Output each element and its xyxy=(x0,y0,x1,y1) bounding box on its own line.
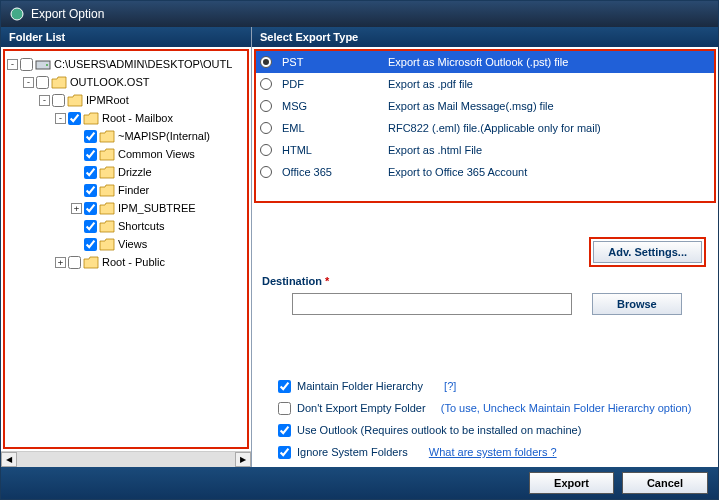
export-type-row[interactable]: HTMLExport as .html File xyxy=(256,139,714,161)
tree-checkbox[interactable] xyxy=(84,166,97,179)
folder-icon xyxy=(51,76,67,89)
tree-item[interactable]: -C:\USERS\ADMIN\DESKTOP\OUTL xyxy=(7,55,245,73)
tree-item[interactable]: -Root - Mailbox xyxy=(7,109,245,127)
tree-expander[interactable]: - xyxy=(39,95,50,106)
export-type-row[interactable]: PSTExport as Microsoft Outlook (.pst) fi… xyxy=(256,51,714,73)
use-outlook-label: Use Outlook (Requires outlook to be inst… xyxy=(297,424,581,436)
tree-checkbox[interactable] xyxy=(36,76,49,89)
export-radio[interactable] xyxy=(260,56,272,68)
tree-item[interactable]: Finder xyxy=(7,181,245,199)
folder-icon xyxy=(83,112,99,125)
tree-checkbox[interactable] xyxy=(68,256,81,269)
export-type-desc: RFC822 (.eml) file.(Applicable only for … xyxy=(388,122,710,134)
tree-item-label: IPMRoot xyxy=(86,94,129,106)
folder-icon xyxy=(99,166,115,179)
tree-item[interactable]: Views xyxy=(7,235,245,253)
empty-folder-checkbox[interactable] xyxy=(278,402,291,415)
tree-checkbox[interactable] xyxy=(68,112,81,125)
horizontal-scrollbar[interactable]: ◀ ▶ xyxy=(1,451,251,467)
folder-icon xyxy=(99,220,115,233)
tree-checkbox[interactable] xyxy=(84,238,97,251)
export-type-desc: Export as Mail Message(.msg) file xyxy=(388,100,710,112)
export-type-desc: Export as Microsoft Outlook (.pst) file xyxy=(388,56,710,68)
tree-expander[interactable]: + xyxy=(71,203,82,214)
folder-icon xyxy=(99,184,115,197)
tree-item-label: ~MAPISP(Internal) xyxy=(118,130,210,142)
tree-checkbox[interactable] xyxy=(84,184,97,197)
tree-item-label: Common Views xyxy=(118,148,195,160)
tree-item-label: Views xyxy=(118,238,147,250)
svg-point-0 xyxy=(11,8,23,20)
empty-folder-hint: (To use, Uncheck Maintain Folder Hierarc… xyxy=(441,402,692,414)
folder-icon xyxy=(83,256,99,269)
export-type-name: PST xyxy=(278,56,388,68)
tree-item-label: OUTLOOK.OST xyxy=(70,76,149,88)
tree-checkbox[interactable] xyxy=(84,148,97,161)
tree-checkbox[interactable] xyxy=(52,94,65,107)
svg-point-2 xyxy=(46,64,48,66)
folder-tree[interactable]: -C:\USERS\ADMIN\DESKTOP\OUTL-OUTLOOK.OST… xyxy=(3,49,249,449)
tree-item[interactable]: +Root - Public xyxy=(7,253,245,271)
folder-icon xyxy=(99,238,115,251)
use-outlook-checkbox[interactable] xyxy=(278,424,291,437)
scroll-right-button[interactable]: ▶ xyxy=(235,452,251,467)
tree-checkbox[interactable] xyxy=(84,220,97,233)
tree-checkbox[interactable] xyxy=(20,58,33,71)
export-type-desc: Export to Office 365 Account xyxy=(388,166,710,178)
maintain-hierarchy-checkbox[interactable] xyxy=(278,380,291,393)
export-type-row[interactable]: MSGExport as Mail Message(.msg) file xyxy=(256,95,714,117)
tree-item[interactable]: -IPMRoot xyxy=(7,91,245,109)
scroll-left-button[interactable]: ◀ xyxy=(1,452,17,467)
tree-item[interactable]: ~MAPISP(Internal) xyxy=(7,127,245,145)
browse-button[interactable]: Browse xyxy=(592,293,682,315)
tree-checkbox[interactable] xyxy=(84,130,97,143)
folder-icon xyxy=(99,202,115,215)
export-type-desc: Export as .pdf file xyxy=(388,78,710,90)
scroll-track[interactable] xyxy=(17,452,235,467)
ignore-system-label: Ignore System Folders xyxy=(297,446,408,458)
cancel-button[interactable]: Cancel xyxy=(622,472,708,494)
system-folders-link[interactable]: What are system folders ? xyxy=(429,446,557,458)
tree-item[interactable]: -OUTLOOK.OST xyxy=(7,73,245,91)
tree-item[interactable]: Drizzle xyxy=(7,163,245,181)
tree-expander[interactable]: - xyxy=(7,59,18,70)
empty-folder-label: Don't Export Empty Folder xyxy=(297,402,426,414)
tree-item-label: Shortcuts xyxy=(118,220,164,232)
export-type-row[interactable]: Office 365Export to Office 365 Account xyxy=(256,161,714,183)
export-button[interactable]: Export xyxy=(529,472,614,494)
tree-item[interactable]: Common Views xyxy=(7,145,245,163)
maintain-hierarchy-help[interactable]: [?] xyxy=(444,380,456,392)
folder-icon xyxy=(99,148,115,161)
export-type-row[interactable]: PDFExport as .pdf file xyxy=(256,73,714,95)
export-radio[interactable] xyxy=(260,166,272,178)
tree-expander[interactable]: - xyxy=(23,77,34,88)
export-radio[interactable] xyxy=(260,100,272,112)
tree-item[interactable]: +IPM_SUBTREE xyxy=(7,199,245,217)
folder-icon xyxy=(67,94,83,107)
export-type-name: EML xyxy=(278,122,388,134)
export-type-list: PSTExport as Microsoft Outlook (.pst) fi… xyxy=(256,51,714,183)
tree-item-label: Finder xyxy=(118,184,149,196)
tree-item[interactable]: Shortcuts xyxy=(7,217,245,235)
export-radio[interactable] xyxy=(260,78,272,90)
titlebar: Export Option xyxy=(1,1,718,27)
export-radio[interactable] xyxy=(260,122,272,134)
ignore-system-checkbox[interactable] xyxy=(278,446,291,459)
destination-label: Destination * xyxy=(262,275,708,287)
tree-expander[interactable]: - xyxy=(55,113,66,124)
export-type-name: MSG xyxy=(278,100,388,112)
export-type-name: Office 365 xyxy=(278,166,388,178)
tree-checkbox[interactable] xyxy=(84,202,97,215)
export-type-name: PDF xyxy=(278,78,388,90)
drive-icon xyxy=(35,58,51,71)
export-type-row[interactable]: EMLRFC822 (.eml) file.(Applicable only f… xyxy=(256,117,714,139)
export-radio[interactable] xyxy=(260,144,272,156)
export-type-header: Select Export Type xyxy=(252,27,718,47)
tree-item-label: Drizzle xyxy=(118,166,152,178)
tree-expander[interactable]: + xyxy=(55,257,66,268)
window-title: Export Option xyxy=(31,7,104,21)
destination-input[interactable] xyxy=(292,293,572,315)
app-icon xyxy=(9,6,25,22)
folder-icon xyxy=(99,130,115,143)
adv-settings-button[interactable]: Adv. Settings... xyxy=(593,241,702,263)
